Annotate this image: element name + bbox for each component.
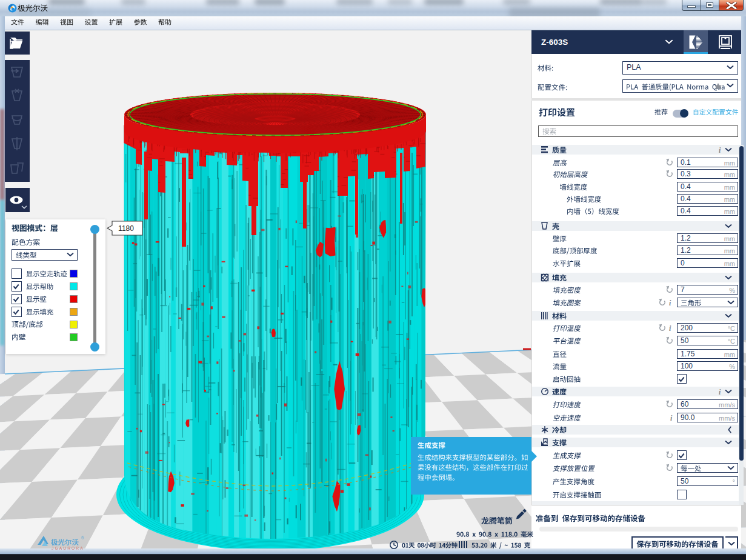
svg-text:Z-603S: Z-603S	[541, 38, 568, 47]
svg-text:i: i	[719, 388, 721, 396]
svg-text:i: i	[669, 299, 671, 307]
svg-text:i: i	[719, 146, 721, 155]
svg-text:JGAURORA: JGAURORA	[52, 546, 84, 550]
svg-text:i: i	[670, 414, 673, 422]
svg-text:®: ®	[81, 536, 85, 540]
svg-text:i: i	[669, 324, 671, 333]
